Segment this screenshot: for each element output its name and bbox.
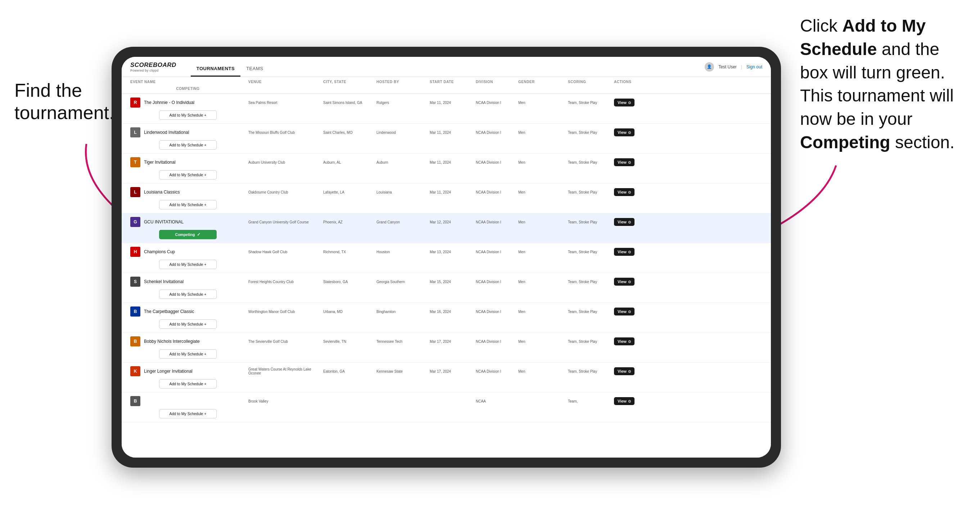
actions-cell: View ⊙ (614, 188, 675, 196)
start-date-cell: Mar 11, 2024 (430, 160, 473, 164)
team-logo: R (130, 97, 140, 108)
venue-cell: Sea Palms Resort (248, 101, 320, 105)
add-to-schedule-button[interactable]: Add to My Schedule + (159, 290, 217, 299)
view-button[interactable]: View ⊙ (614, 188, 635, 196)
add-to-schedule-button[interactable]: Add to My Schedule + (159, 170, 217, 179)
division-cell: NCAA Division I (476, 250, 515, 254)
add-to-schedule-button[interactable]: Add to My Schedule + (159, 260, 217, 269)
competing-cell: Add to My Schedule + (130, 200, 245, 210)
venue-cell: The Sevierville Golf Club (248, 340, 320, 344)
venue-cell: Worthington Manor Golf Club (248, 310, 320, 314)
city-state-cell: Richmond, TX (323, 250, 374, 254)
competing-cell: Competing ✓ (130, 230, 245, 239)
event-name: Lindenwood Invitational (144, 130, 189, 135)
add-to-schedule-button[interactable]: Add to My Schedule + (159, 319, 217, 329)
view-button[interactable]: View ⊙ (614, 158, 635, 166)
event-name: Schenkel Invitational (144, 279, 183, 284)
event-name: Louisiana Classics (144, 190, 180, 195)
event-name-cell: B (130, 396, 245, 406)
event-name-cell: LLouisiana Classics (130, 187, 245, 197)
event-name-cell: TTiger Invitational (130, 157, 245, 167)
scoring-cell: Team, (568, 399, 611, 403)
actions-cell: View ⊙ (614, 248, 675, 256)
hosted-by-cell: Tennessee Tech (377, 340, 427, 344)
hosted-by-cell: Houston (377, 250, 427, 254)
view-button[interactable]: View ⊙ (614, 278, 635, 286)
competing-cell: Add to My Schedule + (130, 170, 245, 179)
gender-cell: Men (518, 220, 565, 224)
competing-cell: Add to My Schedule + (130, 349, 245, 359)
logo-sub: Powered by clippd (130, 69, 159, 72)
division-cell: NCAA Division I (476, 220, 515, 224)
division-cell: NCAA Division I (476, 280, 515, 284)
hosted-by-cell: Lindenwood (377, 130, 427, 135)
team-logo: B (130, 337, 140, 346)
view-button[interactable]: View ⊙ (614, 397, 635, 405)
venue-cell: Auburn University Club (248, 160, 320, 164)
competing-button[interactable]: Competing ✓ (159, 230, 217, 239)
gender-cell: Men (518, 130, 565, 135)
nav-tabs: TOURNAMENTS TEAMS (191, 57, 269, 77)
tablet-frame: SCOREBOARD Powered by clippd TOURNAMENTS… (111, 47, 781, 468)
tab-tournaments[interactable]: TOURNAMENTS (191, 66, 240, 77)
col-city-state: CITY, STATE (323, 80, 374, 84)
team-logo: H (130, 247, 140, 257)
table-row: HChampions CupShadow Hawk Golf ClubRichm… (122, 243, 771, 273)
event-name-cell: GGCU INVITATIONAL (130, 217, 245, 227)
actions-cell: View ⊙ (614, 308, 675, 316)
view-button[interactable]: View ⊙ (614, 98, 635, 106)
division-cell: NCAA Division I (476, 160, 515, 164)
right-annotation: Click Add to My Schedule and the box wil… (800, 14, 966, 154)
table-row: RThe Johnnie - O IndividualSea Palms Res… (122, 94, 771, 124)
add-to-schedule-button[interactable]: Add to My Schedule + (159, 140, 217, 150)
view-button[interactable]: View ⊙ (614, 129, 635, 137)
city-state-cell: Urbana, MD (323, 310, 374, 314)
scoring-cell: Team, Stroke Play (568, 340, 611, 344)
scoring-cell: Team, Stroke Play (568, 190, 611, 194)
col-scoring: SCORING (568, 80, 611, 84)
add-to-schedule-button[interactable]: Add to My Schedule + (159, 110, 217, 120)
venue-cell: Grand Canyon University Golf Course (248, 220, 320, 224)
event-name: The Johnnie - O Individual (144, 100, 194, 105)
add-to-schedule-button[interactable]: Add to My Schedule + (159, 200, 217, 210)
user-name: Test User (718, 64, 737, 70)
team-logo: B (130, 396, 140, 406)
top-bar-right: 👤 Test User | Sign out (705, 62, 762, 71)
view-button[interactable]: View ⊙ (614, 308, 635, 316)
event-name-cell: KLinger Longer Invitational (130, 366, 245, 376)
competing-cell: Add to My Schedule + (130, 409, 245, 418)
tab-teams[interactable]: TEAMS (240, 66, 269, 77)
add-to-schedule-button[interactable]: Add to My Schedule + (159, 379, 217, 389)
venue-cell: Forest Heights Country Club (248, 280, 320, 284)
view-button[interactable]: View ⊙ (614, 367, 635, 375)
view-button[interactable]: View ⊙ (614, 337, 635, 345)
add-to-schedule-button[interactable]: Add to My Schedule + (159, 349, 217, 359)
division-cell: NCAA (476, 399, 515, 403)
view-button[interactable]: View ⊙ (614, 218, 635, 226)
start-date-cell: Mar 15, 2024 (430, 280, 473, 284)
user-avatar: 👤 (705, 62, 714, 71)
table-row: KLinger Longer InvitationalGreat Waters … (122, 363, 771, 392)
actions-cell: View ⊙ (614, 98, 675, 106)
col-start-date: START DATE (430, 80, 473, 84)
team-logo: L (130, 127, 140, 137)
scoring-cell: Team, Stroke Play (568, 160, 611, 164)
event-name: The Carpetbagger Classic (144, 309, 194, 314)
team-logo: B (130, 306, 140, 317)
table-row: LLouisiana ClassicsOakbourne Country Clu… (122, 183, 771, 213)
view-button[interactable]: View ⊙ (614, 248, 635, 256)
table-body: RThe Johnnie - O IndividualSea Palms Res… (122, 94, 771, 422)
add-to-schedule-button[interactable]: Add to My Schedule + (159, 409, 217, 418)
actions-cell: View ⊙ (614, 397, 675, 405)
gender-cell: Men (518, 370, 565, 373)
top-bar: SCOREBOARD Powered by clippd TOURNAMENTS… (122, 57, 771, 77)
sign-out-link[interactable]: Sign out (746, 64, 762, 70)
actions-cell: View ⊙ (614, 129, 675, 137)
event-name: Champions Cup (144, 249, 175, 254)
division-cell: NCAA Division I (476, 101, 515, 105)
gender-cell: Men (518, 160, 565, 164)
start-date-cell: Mar 11, 2024 (430, 190, 473, 194)
start-date-cell: Mar 17, 2024 (430, 340, 473, 344)
venue-cell: Great Waters Course At Reynolds Lake Oco… (248, 367, 320, 375)
gender-cell: Men (518, 250, 565, 254)
